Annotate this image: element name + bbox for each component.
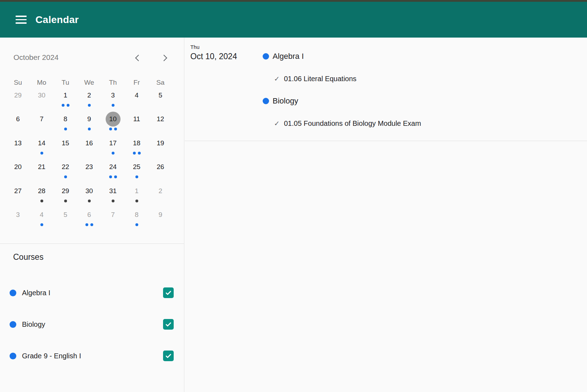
day-number-text: 6 [82,207,97,222]
event-dots [101,103,125,107]
calendar-day[interactable]: 6 [77,208,101,231]
calendar-day[interactable]: 4 [125,88,149,112]
event-course-row[interactable]: Algebra I [263,51,573,62]
course-checkbox[interactable] [163,287,174,298]
event-dots [125,127,149,131]
course-checkbox[interactable] [163,351,174,361]
calendar-day[interactable]: 7 [30,112,54,136]
event-course-name: Biology [273,96,298,106]
calendar-day[interactable]: 3 [6,208,30,231]
calendar-day[interactable]: 1 [125,184,149,208]
event-dot [112,152,114,155]
calendar-day[interactable]: 24 [101,160,125,184]
checkmark-icon: ✓ [274,75,282,83]
calendar-day[interactable]: 6 [6,112,30,136]
calendar-day[interactable]: 7 [101,208,125,231]
chevron-left-icon [135,55,141,61]
calendar-day[interactable]: 1 [54,88,77,112]
selected-date-label: Oct 10, 2024 [190,52,237,61]
calendar-day[interactable]: 12 [149,112,172,136]
calendar-day[interactable]: 28 [30,184,54,208]
calendar-day[interactable]: 11 [125,112,149,136]
next-month-button[interactable] [158,51,171,64]
day-number-text: 28 [34,184,49,198]
event-dots [6,175,30,179]
calendar-day[interactable]: 2 [149,184,172,208]
event-dots [125,199,149,203]
calendar-day[interactable]: 25 [125,160,149,184]
calendar-day[interactable]: 18 [125,136,149,160]
calendar-day[interactable]: 30 [30,88,54,112]
menu-button[interactable] [16,14,29,26]
calendar-day-number: 5 [54,208,77,222]
day-number-text: 2 [82,88,97,103]
calendar-day-number: 17 [101,136,125,150]
check-icon [164,289,172,297]
course-label: Algebra I [22,289,50,297]
calendar-day[interactable]: 16 [77,136,101,160]
calendar-day[interactable]: 21 [30,160,54,184]
calendar-day[interactable]: 30 [77,184,101,208]
course-color-dot-icon [263,98,269,104]
day-number-text: 13 [11,136,26,151]
calendar-day-number: 9 [149,208,172,222]
day-number-text: 25 [129,159,144,174]
event-dots [6,199,30,203]
calendar-day[interactable]: 3 [101,88,125,112]
calendar-day-number: 5 [149,88,172,102]
calendar-day[interactable]: 31 [101,184,125,208]
event-dot [135,175,138,178]
event-item-row[interactable]: ✓01.06 Literal Equations [274,74,573,83]
calendar-day[interactable]: 5 [54,208,77,231]
calendar-day[interactable]: 4 [30,208,54,231]
calendar-day[interactable]: 9 [77,112,101,136]
calendar-day[interactable]: 10 [101,112,125,136]
calendar-day[interactable]: 22 [54,160,77,184]
calendar-day-number: 30 [30,88,54,102]
event-dots [125,223,149,227]
calendar-day[interactable]: 29 [54,184,77,208]
calendar-day[interactable]: 17 [101,136,125,160]
calendar-day[interactable]: 2 [77,88,101,112]
course-label: Grade 9 - English I [22,352,81,360]
calendar-day[interactable]: 13 [6,136,30,160]
event-dot [88,128,91,130]
event-dot [114,128,117,130]
calendar-day-number: 10 [101,112,125,126]
day-number-text: 3 [11,207,26,222]
event-dots [54,199,77,203]
event-dots [149,175,172,179]
event-dot [133,152,136,155]
course-checkbox[interactable] [163,319,174,330]
calendar-day-number: 9 [77,112,101,126]
hamburger-icon [16,16,29,24]
event-course-row[interactable]: Biology [263,96,573,106]
sidebar: October 2024 SuMoTuWeThFrSa 293012345678… [0,38,184,392]
event-dot [90,223,93,226]
calendar-day[interactable]: 9 [149,208,172,231]
event-dots [54,223,77,227]
event-dots [6,223,30,227]
event-item-row[interactable]: ✓01.05 Foundations of Biology Module Exa… [274,119,573,128]
day-number-text: 30 [82,184,97,198]
calendar-day[interactable]: 19 [149,136,172,160]
event-dot [64,175,67,178]
calendar-day[interactable]: 15 [54,136,77,160]
day-number-text: 21 [34,159,49,174]
calendar-day-number: 15 [54,136,77,150]
calendar-day[interactable]: 8 [125,208,149,231]
calendar-day[interactable]: 27 [6,184,30,208]
prev-month-button[interactable] [131,51,144,64]
event-dots [30,199,54,203]
day-number-text: 29 [58,184,73,198]
calendar-day[interactable]: 23 [77,160,101,184]
calendar-day-number: 29 [54,184,77,198]
calendar-day[interactable]: 14 [30,136,54,160]
calendar-day[interactable]: 29 [6,88,30,112]
calendar-day[interactable]: 20 [6,160,30,184]
calendar-day[interactable]: 5 [149,88,172,112]
calendar-day[interactable]: 26 [149,160,172,184]
calendar-day[interactable]: 8 [54,112,77,136]
event-dots [149,103,172,107]
event-dots [149,223,172,227]
